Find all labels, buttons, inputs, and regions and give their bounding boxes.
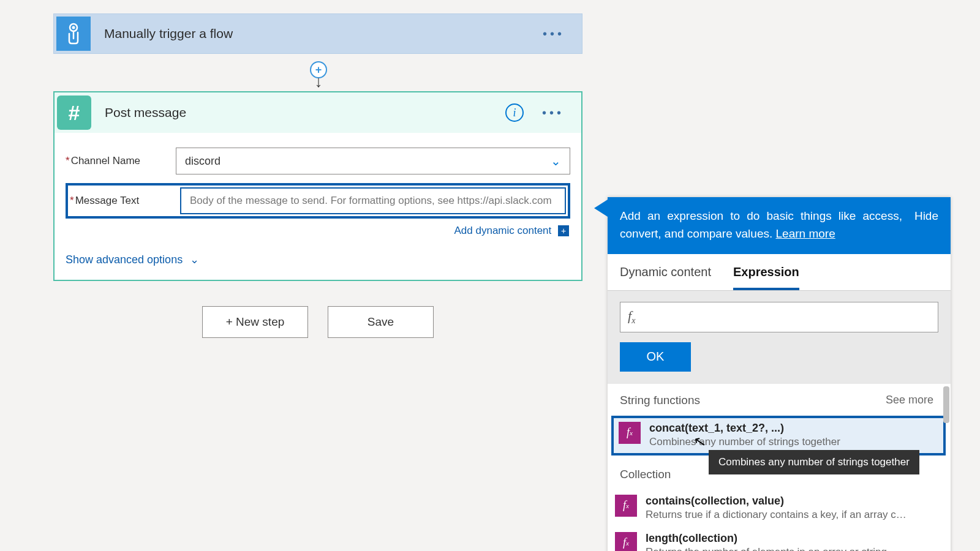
info-icon[interactable]: i <box>505 103 524 122</box>
fx-badge-icon: fx <box>615 495 637 517</box>
manual-trigger-icon <box>56 17 91 51</box>
learn-more-link[interactable]: Learn more <box>776 227 835 240</box>
connector: + ↓ <box>310 61 327 86</box>
message-text-input[interactable]: Body of the message to send. For formatt… <box>180 187 566 214</box>
post-title: Post message <box>105 105 186 120</box>
message-row-highlight: *Message Text Body of the message to sen… <box>66 183 570 219</box>
channel-select[interactable]: discord ⌄ <box>176 148 570 174</box>
function-desc: Returns the number of elements in an arr… <box>646 546 887 551</box>
chevron-down-icon: ⌄ <box>190 253 199 266</box>
fx-badge-icon: fx <box>615 532 637 551</box>
expression-header: Add an expression to do basic things lik… <box>608 197 951 254</box>
tooltip: Combines any number of strings together <box>709 450 919 474</box>
expression-panel: Add an expression to do basic things lik… <box>608 197 951 551</box>
tab-dynamic-content[interactable]: Dynamic content <box>620 265 711 290</box>
post-more-icon[interactable]: ••• <box>542 106 564 120</box>
dynamic-content-badge-icon[interactable]: + <box>558 225 569 236</box>
trigger-more-icon[interactable]: ••• <box>543 27 565 41</box>
channel-row: *Channel Name discord ⌄ <box>66 148 570 174</box>
ok-button[interactable]: OK <box>620 342 691 372</box>
svg-point-1 <box>72 26 75 29</box>
hide-panel-button[interactable]: Hide <box>914 207 938 243</box>
expression-input[interactable]: fx <box>620 302 938 332</box>
tab-expression[interactable]: Expression <box>733 265 799 290</box>
channel-value: discord <box>185 155 221 168</box>
post-header[interactable]: # Post message i ••• <box>55 92 581 133</box>
slack-hash-icon: # <box>57 96 91 130</box>
category-string-functions: String functions See more <box>608 384 951 416</box>
function-desc: Returns true if a dictionary contains a … <box>646 509 909 521</box>
expression-headline: Add an expression to do basic things lik… <box>620 209 902 240</box>
expression-tabs: Dynamic content Expression <box>608 254 951 291</box>
show-advanced-toggle[interactable]: Show advanced options⌄ <box>66 253 570 266</box>
function-desc: Combines any number of strings together <box>649 436 840 448</box>
trigger-title: Manually trigger a flow <box>104 26 233 41</box>
fx-icon: fx <box>628 308 635 326</box>
post-message-card: # Post message i ••• *Channel Name disco… <box>53 91 582 281</box>
channel-label: *Channel Name <box>66 155 176 167</box>
arrow-down-icon: ↓ <box>315 77 323 86</box>
function-length[interactable]: fx length(collection) Returns the number… <box>608 527 951 551</box>
action-buttons: + New step Save <box>202 306 434 338</box>
function-contains[interactable]: fx contains(collection, value) Returns t… <box>608 490 951 527</box>
fx-badge-icon: fx <box>619 422 641 444</box>
callout-arrow-icon <box>594 200 608 217</box>
scrollbar[interactable] <box>943 386 949 423</box>
see-more-string[interactable]: See more <box>886 394 933 407</box>
message-label: *Message Text <box>70 195 180 207</box>
chevron-down-icon: ⌄ <box>551 154 561 168</box>
trigger-card[interactable]: Manually trigger a flow ••• <box>53 13 582 54</box>
save-button[interactable]: Save <box>328 306 434 338</box>
new-step-button[interactable]: + New step <box>202 306 308 338</box>
function-name: length(collection) <box>646 532 887 545</box>
function-name: concat(text_1, text_2?, ...) <box>649 422 840 435</box>
add-dynamic-content-link[interactable]: Add dynamic content <box>454 225 552 236</box>
function-name: contains(collection, value) <box>646 495 909 508</box>
